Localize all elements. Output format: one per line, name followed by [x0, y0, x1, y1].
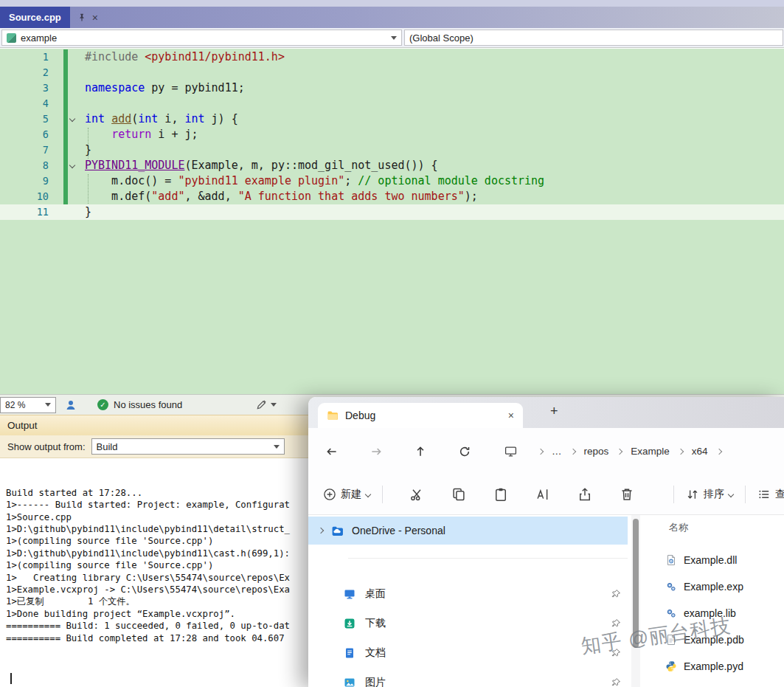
line-number: 9	[0, 173, 49, 189]
gear-file-icon	[665, 607, 677, 619]
file-name: Example.pyd	[684, 660, 743, 672]
chevron-down-icon	[728, 491, 734, 497]
line-number: 1	[0, 49, 49, 65]
fold-collapse-icon[interactable]	[69, 116, 75, 122]
sidebar-item-label: 图片	[365, 676, 386, 687]
code-line-2[interactable]: 2	[0, 65, 784, 80]
code-line-4[interactable]: 4	[0, 96, 784, 111]
output-source-value: Build	[97, 441, 118, 452]
sort-label: 排序	[704, 488, 724, 501]
onedrive-label: OneDrive - Personal	[352, 525, 445, 536]
copy-icon[interactable]	[451, 487, 466, 502]
back-icon[interactable]	[323, 445, 341, 458]
this-pc-icon[interactable]	[502, 445, 519, 458]
file-item-example.dll[interactable]: Example.dll	[665, 547, 737, 573]
line-number: 10	[0, 189, 49, 204]
chevron-right-icon[interactable]	[318, 528, 324, 534]
output-panel-title: Output	[7, 420, 38, 431]
up-icon[interactable]	[412, 445, 429, 458]
pin-icon[interactable]	[611, 677, 621, 687]
pin-tab-icon[interactable]	[77, 13, 86, 22]
feedback-icon[interactable]	[65, 399, 77, 411]
breadcrumb-item-x64[interactable]: x64	[692, 446, 708, 457]
chevron-down-icon	[391, 36, 397, 40]
code-line-1[interactable]: 1#include <pybind11/pybind11.h>	[0, 49, 784, 65]
view-label: 查看	[775, 488, 784, 501]
file-list-pane: 名称 Example.dllExample.expexample.libExam…	[649, 515, 784, 687]
code-line-5[interactable]: 5int add(int i, int j) {	[0, 111, 784, 127]
breadcrumb-ellipsis[interactable]: …	[552, 446, 562, 457]
editor-navigation-bar: example (Global Scope)	[0, 28, 784, 48]
paste-icon[interactable]	[493, 487, 508, 502]
explorer-navigation-row: …reposExamplex64	[308, 428, 784, 474]
column-header-name[interactable]: 名称	[669, 521, 688, 534]
file-item-example.pyd[interactable]: Example.pyd	[665, 653, 743, 680]
zoom-level-dropdown[interactable]: 82 %	[0, 397, 56, 413]
sidebar-item-documents[interactable]: 文档	[308, 638, 627, 668]
scope-dropdown[interactable]: (Global Scope)	[404, 30, 783, 46]
output-source-dropdown[interactable]: Build	[91, 438, 285, 455]
code-text: }	[85, 142, 91, 158]
line-number: 3	[0, 80, 49, 96]
line-number: 6	[0, 127, 49, 142]
explorer-tab-debug[interactable]: Debug ×	[318, 403, 523, 428]
code-line-10[interactable]: 10 m.def("add", &add, "A function that a…	[0, 189, 784, 204]
close-tab-icon[interactable]: ×	[92, 13, 98, 23]
code-area[interactable]: 1#include <pybind11/pybind11.h>23namespa…	[0, 49, 784, 394]
breadcrumb: …reposExamplex64	[538, 446, 721, 457]
issues-status-label: No issues found	[114, 399, 182, 410]
breadcrumb-item-example[interactable]: Example	[631, 446, 670, 457]
dll-file-icon	[665, 554, 677, 566]
tab-source-cpp[interactable]: Source.cpp	[0, 7, 70, 28]
share-icon[interactable]	[577, 487, 592, 502]
file-item-example.exp[interactable]: Example.exp	[665, 573, 743, 600]
refresh-icon[interactable]	[456, 445, 473, 458]
chevron-down-icon	[365, 491, 371, 497]
sort-button[interactable]: 排序	[686, 488, 733, 501]
line-number: 7	[0, 142, 49, 158]
breadcrumb-item-repos[interactable]: repos	[584, 446, 609, 457]
sidebar-item-pictures[interactable]: 图片	[308, 668, 627, 687]
sidebar-item-desktop[interactable]: 桌面	[308, 579, 627, 609]
code-line-9[interactable]: 9 m.doc() = "pybind11 example plugin"; /…	[0, 173, 784, 189]
sidebar-divider	[348, 558, 628, 559]
cut-icon[interactable]	[409, 487, 424, 502]
list-view-icon	[757, 488, 771, 501]
delete-icon[interactable]	[620, 487, 634, 502]
project-dropdown[interactable]: example	[1, 30, 402, 46]
chevron-down-icon	[45, 403, 51, 407]
onedrive-folder-icon	[331, 525, 344, 537]
line-number: 4	[0, 96, 49, 111]
code-line-11[interactable]: 11}	[0, 204, 784, 220]
python-file-icon	[665, 660, 677, 672]
window-top-strip	[0, 0, 784, 7]
show-output-from-label: Show output from:	[7, 441, 86, 452]
code-text: }	[85, 204, 91, 220]
code-cleanup-button[interactable]	[256, 399, 277, 410]
file-explorer-window: Debug × + …reposExamplex64	[308, 397, 784, 687]
close-explorer-tab-icon[interactable]: ×	[508, 410, 514, 421]
view-button[interactable]: 查看	[757, 488, 784, 501]
line-number: 11	[0, 204, 49, 220]
zoom-level-value: 82 %	[5, 400, 25, 410]
new-tab-icon[interactable]: +	[550, 404, 558, 419]
sidebar-item-onedrive[interactable]: OneDrive - Personal	[308, 517, 628, 545]
gear-file-icon	[665, 581, 677, 593]
scrollbar-track[interactable]	[631, 515, 640, 687]
pictures-icon	[344, 677, 355, 687]
rename-icon[interactable]	[535, 487, 550, 502]
code-editor[interactable]: 1#include <pybind11/pybind11.h>23namespa…	[0, 49, 784, 394]
new-item-button[interactable]: 新建	[323, 488, 370, 501]
code-line-6[interactable]: 6 return i + j;	[0, 127, 784, 142]
explorer-toolbar: 新建 排序	[308, 474, 784, 515]
code-line-7[interactable]: 7}	[0, 142, 784, 158]
pin-icon[interactable]	[611, 589, 621, 599]
text-caret	[10, 673, 12, 684]
fold-collapse-icon[interactable]	[69, 162, 75, 168]
code-line-3[interactable]: 3namespace py = pybind11;	[0, 80, 784, 96]
forward-icon[interactable]	[367, 445, 385, 458]
breadcrumb-separator-icon	[617, 448, 622, 454]
file-name: Example.dll	[684, 554, 737, 566]
code-line-8[interactable]: 8PYBIND11_MODULE(Example, m, py::mod_gil…	[0, 158, 784, 173]
toolbar-divider	[673, 486, 674, 503]
